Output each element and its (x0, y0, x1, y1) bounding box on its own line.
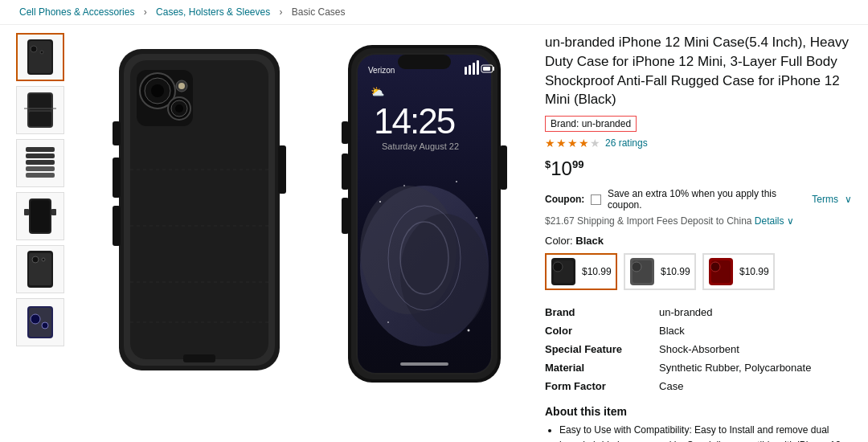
about-item-1: Easy to Use with Compatibility: Easy to … (559, 423, 852, 442)
coupon-terms-link[interactable]: Terms (812, 194, 838, 205)
shipping-text: $21.67 Shipping & Import Fees Deposit to… (545, 215, 751, 227)
product-title: un-branded iPhone 12 Mini Case(5.4 Inch)… (545, 33, 852, 109)
svg-rect-10 (26, 160, 55, 165)
breadcrumb-link-1[interactable]: Cell Phones & Accessories (19, 6, 134, 18)
ratings-count[interactable]: 26 ratings (605, 137, 648, 149)
thumbnail-4[interactable] (16, 192, 64, 240)
svg-rect-73 (400, 362, 448, 366)
thumbnail-3[interactable] (16, 139, 64, 187)
main-product-image (87, 33, 312, 442)
coupon-row: Coupon: Save an extra 10% when you apply… (545, 188, 852, 211)
breadcrumb-current: Basic Cases (292, 6, 346, 18)
spec-value-color: Black (659, 321, 852, 340)
breadcrumb-sep-2: › (280, 6, 285, 18)
svg-rect-38 (113, 158, 121, 198)
svg-point-67 (379, 201, 381, 203)
svg-rect-40 (278, 145, 286, 194)
coupon-chevron: ∨ (845, 194, 852, 205)
svg-rect-16 (51, 209, 56, 215)
svg-text:Verizon: Verizon (368, 66, 395, 75)
color-option-black[interactable]: $10.99 (545, 253, 617, 290)
color-option-red[interactable]: $10.99 (702, 253, 775, 290)
svg-rect-57 (483, 67, 490, 71)
svg-point-23 (31, 314, 40, 324)
svg-rect-75 (342, 121, 349, 144)
color-option-dark[interactable]: $10.99 (624, 253, 696, 290)
spec-label-brand: Brand (545, 303, 659, 321)
spec-row-material: Material Synthetic Rubber, Polycarbonate (545, 358, 852, 377)
svg-text:⛅: ⛅ (371, 85, 385, 99)
ratings-row: ★ ★ ★ ★ ★ 26 ratings (545, 137, 852, 149)
phone-front-image: Verizon ⛅ 14:25 Saturday August 22 (328, 33, 521, 442)
star-rating: ★ ★ ★ ★ ★ (545, 137, 600, 149)
svg-rect-12 (26, 173, 55, 178)
svg-point-3 (40, 51, 43, 54)
svg-point-24 (42, 322, 48, 329)
svg-point-81 (553, 262, 563, 272)
spec-label-form: Form Factor (545, 377, 659, 395)
about-title: About this item (545, 405, 852, 418)
spec-row-form: Form Factor Case (545, 377, 852, 395)
about-section: About this item Easy to Use with Compati… (545, 405, 852, 442)
product-info-panel: un-branded iPhone 12 Mini Case(5.4 Inch)… (537, 33, 852, 442)
color-swatch-red (706, 257, 735, 286)
svg-rect-37 (113, 121, 121, 145)
spec-value-material: Synthetic Rubber, Polycarbonate (659, 358, 852, 377)
breadcrumb-sep-1: › (144, 6, 149, 18)
thumbnail-6[interactable] (16, 298, 64, 346)
thumbnail-5[interactable] (16, 245, 64, 293)
spec-label-color: Color (545, 321, 659, 340)
thumbnail-2[interactable] (16, 86, 64, 134)
svg-rect-52 (465, 67, 467, 75)
star-2: ★ (556, 137, 567, 149)
svg-point-68 (476, 217, 477, 219)
coupon-text: Save an extra 10% when you apply this co… (608, 188, 805, 211)
svg-rect-58 (493, 67, 494, 71)
svg-point-31 (151, 84, 164, 97)
specs-table: Brand un-branded Color Black Special Fea… (545, 303, 852, 395)
spec-label-feature: Special Feature (545, 340, 659, 358)
coupon-checkbox[interactable] (591, 194, 601, 205)
shipping-info: $21.67 Shipping & Import Fees Deposit to… (545, 215, 852, 227)
star-4: ★ (579, 137, 589, 149)
spec-value-feature: Shock-Absorbent (659, 340, 852, 358)
shipping-chevron: ∨ (787, 215, 794, 227)
shipping-details-link[interactable]: Details (755, 215, 784, 227)
svg-rect-41 (183, 354, 215, 362)
svg-rect-77 (342, 198, 349, 234)
svg-rect-15 (24, 209, 29, 215)
svg-text:Saturday August 22: Saturday August 22 (382, 141, 459, 151)
svg-rect-39 (113, 206, 121, 246)
svg-rect-74 (398, 55, 451, 69)
spec-row-feature: Special Feature Shock-Absorbent (545, 340, 852, 358)
color-price-dark: $10.99 (661, 266, 690, 277)
brand-badge: Brand: un-branded (545, 116, 637, 132)
svg-rect-14 (31, 200, 50, 232)
star-5: ★ (590, 137, 600, 149)
star-1: ★ (545, 137, 555, 149)
svg-point-69 (387, 321, 389, 323)
svg-point-84 (632, 262, 641, 272)
breadcrumb: Cell Phones & Accessories › Cases, Holst… (0, 0, 868, 25)
coupon-label: Coupon: (545, 194, 584, 205)
about-list: Easy to Use with Compatibility: Easy to … (545, 423, 852, 442)
price: $1099 (545, 158, 852, 180)
svg-point-64 (400, 214, 489, 334)
thumbnail-list (16, 33, 71, 442)
spec-row-brand: Brand un-branded (545, 303, 852, 321)
breadcrumb-link-2[interactable]: Cases, Holsters & Sleeves (156, 6, 270, 18)
svg-rect-53 (469, 65, 471, 75)
price-cents: 99 (572, 158, 583, 170)
svg-rect-55 (477, 60, 479, 75)
svg-point-36 (178, 83, 185, 89)
svg-point-2 (31, 46, 37, 52)
svg-rect-9 (26, 153, 55, 158)
svg-rect-76 (342, 153, 349, 190)
thumbnail-1[interactable] (16, 33, 64, 81)
color-label: Color: Black (545, 235, 852, 247)
svg-rect-54 (473, 63, 475, 75)
color-name: Black (575, 235, 604, 247)
color-swatch-black (549, 257, 578, 286)
svg-rect-19 (32, 256, 39, 263)
color-options: $10.99 $10.99 (545, 253, 852, 290)
